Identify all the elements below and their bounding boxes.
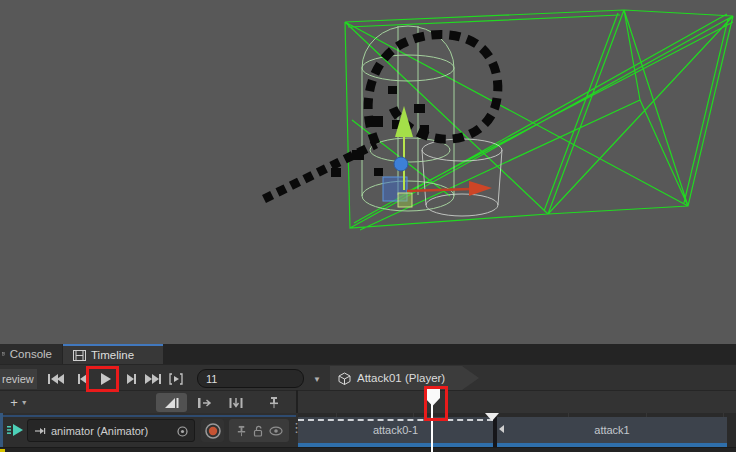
tab-timeline[interactable]: Timeline (63, 344, 163, 364)
eye-icon[interactable] (269, 426, 283, 436)
track-type-icon (7, 423, 24, 437)
clip-loop-dash (298, 419, 493, 421)
plus-icon: + (10, 395, 18, 410)
console-icon (2, 349, 5, 359)
animator-arrow-icon (34, 426, 46, 436)
play-range-button[interactable] (164, 369, 187, 389)
gizmo-arrow-x[interactable] (407, 181, 492, 196)
chevron-down-icon: ▼ (313, 375, 321, 384)
clip-attack0-1[interactable]: attack0-1 (298, 417, 493, 447)
add-track-button[interactable]: + ▼ (4, 393, 34, 412)
marker-toggle-button[interactable] (258, 393, 289, 412)
tab-console-label: Console (10, 348, 52, 360)
tab-console[interactable]: Console (0, 344, 62, 364)
next-frame-button[interactable] (120, 369, 143, 389)
film-icon (73, 350, 86, 361)
tab-timeline-label: Timeline (91, 349, 134, 361)
track-clip-lane: attack0-1 attack1 (298, 413, 736, 447)
track-area: animator (Animator) ⋮ attack0-1 atta (0, 413, 736, 447)
breadcrumb-label: Attack01 (Player) (357, 372, 445, 384)
goto-start-icon (47, 372, 65, 386)
clip-ease-in-icon (499, 425, 504, 433)
clip-attack1[interactable]: attack1 (497, 417, 727, 447)
goto-end-button[interactable] (141, 369, 164, 389)
ripple-mode-icon (196, 397, 212, 409)
frame-field[interactable] (197, 369, 304, 388)
track-options-group (229, 419, 289, 442)
highlight-play-button (86, 366, 119, 392)
goto-start-button[interactable] (44, 369, 67, 389)
track-selection-strip (0, 413, 3, 447)
cube-icon (338, 372, 351, 385)
gizmo-center-handle[interactable] (394, 157, 408, 171)
chevron-down-icon: ▼ (21, 399, 28, 406)
frame-field-dropdown[interactable]: ▼ (308, 369, 326, 389)
timeline-options-row: + ▼ 5 10 15 20 25 30 (0, 390, 736, 413)
preview-toggle[interactable]: review (0, 369, 37, 389)
track-binding-label: animator (Animator) (51, 425, 148, 437)
pin-icon (268, 396, 280, 409)
clip-blend-marker-icon[interactable] (485, 413, 499, 421)
pin-icon[interactable] (236, 425, 247, 437)
ripple-mode-button[interactable] (190, 393, 218, 412)
highlight-playhead (424, 386, 448, 421)
goto-end-icon (144, 372, 162, 386)
scene-view[interactable] (0, 0, 736, 345)
lock-open-icon[interactable] (252, 425, 264, 437)
clip-label: attack1 (594, 424, 629, 436)
track-binding-field[interactable]: animator (Animator) (27, 419, 195, 442)
panel-tab-bar: Console Timeline (0, 344, 736, 364)
next-frame-icon (125, 372, 139, 386)
replace-mode-icon (228, 397, 244, 409)
target-icon[interactable] (176, 425, 189, 438)
mix-mode-button[interactable] (156, 393, 187, 412)
clip-label: attack0-1 (373, 424, 418, 436)
track-top-border (3, 415, 296, 417)
mix-mode-icon (164, 397, 180, 409)
unity-editor-window: Console Timeline review ▼ Att (0, 0, 736, 452)
play-range-icon (168, 372, 184, 386)
replace-mode-button[interactable] (221, 393, 251, 412)
record-icon (203, 421, 223, 441)
record-button[interactable] (201, 419, 224, 442)
breadcrumb[interactable]: Attack01 (Player) (330, 366, 480, 390)
motion-trail (264, 34, 498, 199)
bottom-strip (0, 447, 736, 452)
